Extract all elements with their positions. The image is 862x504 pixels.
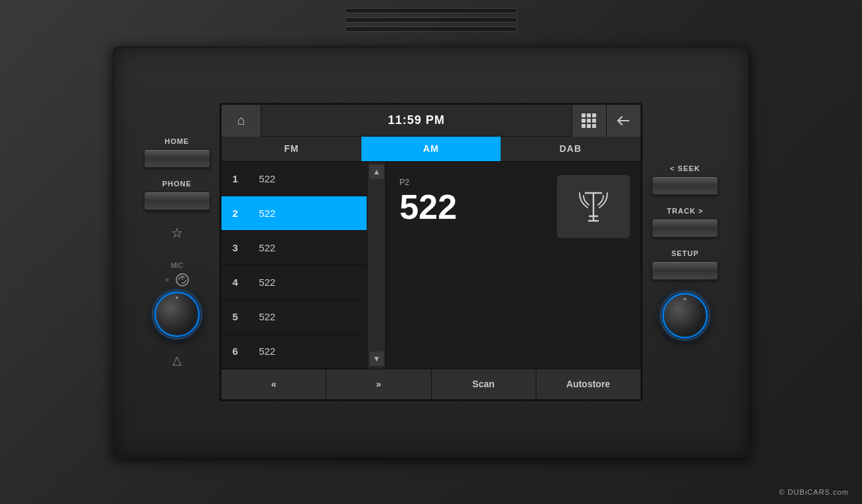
home-button[interactable] [144, 149, 210, 168]
next-button[interactable]: » [326, 369, 431, 399]
preset-freq-5: 522 [259, 311, 275, 322]
scroll-up-button[interactable]: ▲ [369, 164, 384, 179]
autostore-button[interactable]: Autostore [536, 369, 641, 399]
preset-item-2[interactable]: 2 522 [221, 196, 367, 231]
vent-slot-2 [345, 17, 517, 23]
power-icon [176, 273, 189, 286]
frequency-number: 522 [399, 190, 457, 224]
prev-button[interactable]: « [221, 369, 326, 399]
vent-slot-1 [345, 8, 517, 13]
power-section: MIC [153, 262, 201, 338]
signal-icon-box [557, 175, 630, 238]
vent-slot-3 [345, 27, 517, 32]
bottom-controls: « » Scan Autostore [221, 369, 640, 399]
car-unit: HOME PHONE ☆ MIC [0, 0, 862, 504]
tab-dab[interactable]: DAB [501, 137, 640, 161]
main-unit: HOME PHONE ☆ MIC [113, 46, 749, 458]
preset-label: P2 [399, 178, 457, 187]
phone-button[interactable] [144, 192, 210, 210]
scroll-bar: ▲ ▼ [367, 162, 386, 369]
eject-button[interactable]: △ [172, 353, 182, 367]
preset-item-5[interactable]: 5 522 [221, 300, 367, 334]
track-label: TRACK > [667, 207, 704, 215]
watermark: © DUBiCARS.com [779, 488, 849, 496]
tuner-indicator [684, 298, 686, 300]
mic-label: MIC [171, 262, 183, 269]
seek-label: < SEEK [670, 164, 700, 172]
scan-button[interactable]: Scan [432, 369, 536, 399]
preset-freq-4: 522 [259, 277, 275, 288]
phone-label: PHONE [162, 180, 192, 188]
preset-list: 1 522 2 522 3 522 4 522 [221, 162, 367, 369]
screen-header: ⌂ 11:59 PM [221, 105, 640, 137]
home-screen-icon: ⌂ [237, 113, 245, 128]
signal-icon [570, 186, 617, 226]
right-controls: < SEEK TRACK > SETUP [643, 164, 728, 340]
setup-label: SETUP [671, 249, 699, 257]
time-display: 11:59 PM [261, 113, 571, 127]
preset-num-1: 1 [232, 173, 245, 184]
preset-item-1[interactable]: 1 522 [221, 162, 367, 196]
setup-button[interactable] [652, 261, 718, 280]
frequency-display: P2 522 [399, 178, 457, 224]
tab-bar: FM AM DAB [221, 137, 640, 162]
preset-item-6[interactable]: 6 522 [221, 334, 367, 369]
preset-num-3: 3 [232, 242, 245, 253]
mic-dot [165, 278, 169, 282]
preset-freq-3: 522 [259, 242, 275, 253]
tuner-knob[interactable] [661, 292, 709, 340]
preset-item-4[interactable]: 4 522 [221, 265, 367, 300]
preset-freq-1: 522 [259, 173, 275, 184]
tab-am[interactable]: AM [361, 137, 501, 161]
scroll-down-button[interactable]: ▼ [369, 351, 384, 366]
back-button[interactable] [606, 105, 641, 137]
favorites-icon[interactable]: ☆ [166, 222, 188, 243]
preset-num-6: 6 [232, 346, 245, 357]
left-controls: HOME PHONE ☆ MIC [134, 137, 219, 367]
track-button[interactable] [652, 219, 718, 237]
preset-num-4: 4 [232, 277, 245, 288]
tab-fm[interactable]: FM [221, 137, 361, 161]
volume-knob[interactable] [153, 290, 201, 338]
preset-num-5: 5 [232, 311, 245, 322]
preset-freq-2: 522 [259, 208, 275, 219]
frequency-row: P2 522 [399, 175, 629, 238]
grid-button[interactable] [572, 105, 606, 137]
grid-icon [582, 113, 596, 128]
seek-button[interactable] [652, 176, 718, 195]
preset-freq-6: 522 [259, 346, 275, 357]
screen-home-button[interactable]: ⌂ [221, 105, 261, 137]
preset-item-3[interactable]: 3 522 [221, 231, 367, 265]
right-panel: P2 522 [386, 162, 640, 369]
screen-content: 1 522 2 522 3 522 4 522 [221, 162, 640, 369]
vent-top [332, 0, 530, 40]
screen: ⌂ 11:59 PM [219, 103, 642, 401]
preset-num-2: 2 [232, 208, 245, 219]
home-label: HOME [164, 137, 189, 145]
volume-indicator [176, 296, 178, 299]
